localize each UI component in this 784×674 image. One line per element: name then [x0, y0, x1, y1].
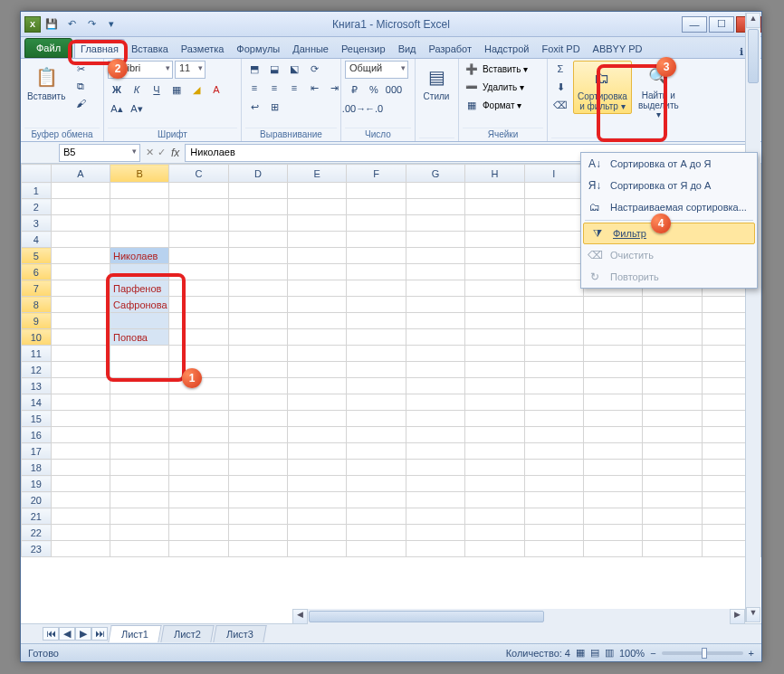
- comma-button[interactable]: 000: [385, 81, 403, 98]
- cell-E16[interactable]: [288, 427, 347, 443]
- cell-F21[interactable]: [347, 508, 406, 525]
- cell-D15[interactable]: [228, 411, 287, 427]
- cell-E2[interactable]: [288, 199, 347, 215]
- decrease-font-button[interactable]: A▾: [128, 100, 146, 117]
- cell-E20[interactable]: [288, 492, 347, 508]
- cell-F19[interactable]: [347, 476, 406, 492]
- row-header-9[interactable]: 9: [22, 313, 52, 329]
- cell-H7[interactable]: [465, 280, 524, 297]
- styles-button[interactable]: ▤ Стили: [419, 61, 454, 103]
- cancel-formula-icon[interactable]: ✕: [146, 147, 154, 158]
- tab-home[interactable]: Главная: [74, 39, 125, 58]
- cell-H9[interactable]: [465, 313, 524, 329]
- cell-G1[interactable]: [406, 183, 464, 199]
- cell-A7[interactable]: [51, 280, 110, 297]
- cell-B8[interactable]: Сафронова: [110, 297, 169, 313]
- cell-I4[interactable]: [524, 232, 583, 248]
- row-header-14[interactable]: 14: [22, 394, 52, 411]
- cell-H19[interactable]: [465, 476, 524, 492]
- cell-E9[interactable]: [288, 313, 347, 329]
- cell-H17[interactable]: [465, 443, 524, 460]
- cell-A18[interactable]: [51, 460, 110, 476]
- cells-format-button[interactable]: ▦Формат ▾: [463, 97, 521, 113]
- qat-customize-button[interactable]: ▾: [102, 15, 120, 33]
- cell-J16[interactable]: [583, 427, 642, 443]
- cell-G9[interactable]: [406, 313, 464, 329]
- cell-J21[interactable]: [583, 508, 642, 525]
- row-header-5[interactable]: 5: [22, 248, 52, 264]
- autosum-button[interactable]: Σ: [551, 61, 569, 77]
- cell-B13[interactable]: [110, 378, 169, 394]
- increase-font-button[interactable]: A▴: [108, 100, 126, 117]
- row-header-7[interactable]: 7: [22, 280, 52, 297]
- fx-icon[interactable]: fx: [171, 147, 179, 159]
- cell-G6[interactable]: [406, 264, 464, 280]
- wrap-text-button[interactable]: ↩: [245, 99, 263, 115]
- cell-G21[interactable]: [406, 508, 464, 525]
- cell-F13[interactable]: [347, 378, 406, 394]
- cell-C18[interactable]: [169, 460, 228, 476]
- row-header-4[interactable]: 4: [22, 232, 52, 248]
- tab-review[interactable]: Рецензир: [335, 39, 392, 58]
- cell-D3[interactable]: [228, 215, 287, 232]
- cell-C17[interactable]: [169, 443, 228, 460]
- underline-button[interactable]: Ч: [148, 81, 166, 98]
- view-normal-button[interactable]: ▦: [576, 647, 585, 659]
- cell-E1[interactable]: [288, 183, 347, 199]
- cell-A9[interactable]: [51, 313, 110, 329]
- row-header-17[interactable]: 17: [22, 443, 52, 460]
- cell-B11[interactable]: [110, 346, 169, 362]
- cell-K9[interactable]: [643, 313, 702, 329]
- tab-developer[interactable]: Разработ: [423, 39, 478, 58]
- cell-J19[interactable]: [583, 476, 642, 492]
- cell-I23[interactable]: [524, 541, 583, 557]
- cell-H16[interactable]: [465, 427, 524, 443]
- cell-I3[interactable]: [524, 215, 583, 232]
- cell-J22[interactable]: [583, 525, 642, 541]
- cell-B23[interactable]: [110, 541, 169, 557]
- cell-K17[interactable]: [643, 443, 702, 460]
- cell-B4[interactable]: [110, 232, 169, 248]
- cell-D9[interactable]: [228, 313, 287, 329]
- sheet-tab-2[interactable]: Лист2: [160, 625, 214, 642]
- align-right-button[interactable]: ≡: [285, 80, 303, 96]
- cell-D17[interactable]: [228, 443, 287, 460]
- cell-K10[interactable]: [643, 329, 702, 346]
- cell-B19[interactable]: [110, 476, 169, 492]
- cell-E7[interactable]: [288, 280, 347, 297]
- cell-I22[interactable]: [524, 525, 583, 541]
- cell-A6[interactable]: [51, 264, 110, 280]
- cell-C7[interactable]: [169, 280, 228, 297]
- cell-E10[interactable]: [288, 329, 347, 346]
- cell-F6[interactable]: [347, 264, 406, 280]
- cell-D12[interactable]: [228, 362, 287, 378]
- cell-K8[interactable]: [643, 297, 702, 313]
- font-color-button[interactable]: A: [207, 81, 225, 98]
- cell-D6[interactable]: [228, 264, 287, 280]
- col-header-B[interactable]: B: [110, 165, 169, 183]
- cell-E23[interactable]: [288, 541, 347, 557]
- decrease-decimal-button[interactable]: ←.0: [365, 100, 383, 117]
- cell-I13[interactable]: [524, 378, 583, 394]
- qat-save-button[interactable]: 💾: [43, 15, 61, 33]
- cell-C1[interactable]: [169, 183, 228, 199]
- cell-A21[interactable]: [51, 508, 110, 525]
- sheet-tab-3[interactable]: Лист3: [213, 625, 266, 642]
- cell-D19[interactable]: [228, 476, 287, 492]
- row-header-8[interactable]: 8: [22, 297, 52, 313]
- row-header-12[interactable]: 12: [22, 362, 52, 378]
- zoom-in-button[interactable]: +: [749, 648, 754, 659]
- align-bottom-button[interactable]: ⬕: [285, 61, 303, 77]
- cell-I9[interactable]: [524, 313, 583, 329]
- cell-I17[interactable]: [524, 443, 583, 460]
- cell-E18[interactable]: [288, 460, 347, 476]
- cell-J23[interactable]: [583, 541, 642, 557]
- cell-A19[interactable]: [51, 476, 110, 492]
- cell-F12[interactable]: [347, 362, 406, 378]
- cell-A16[interactable]: [51, 427, 110, 443]
- cell-C19[interactable]: [169, 476, 228, 492]
- cell-J17[interactable]: [583, 443, 642, 460]
- sheet-nav-last[interactable]: ⏭: [91, 627, 108, 641]
- minimize-button[interactable]: —: [682, 16, 707, 33]
- scroll-down-button[interactable]: ▼: [746, 607, 760, 622]
